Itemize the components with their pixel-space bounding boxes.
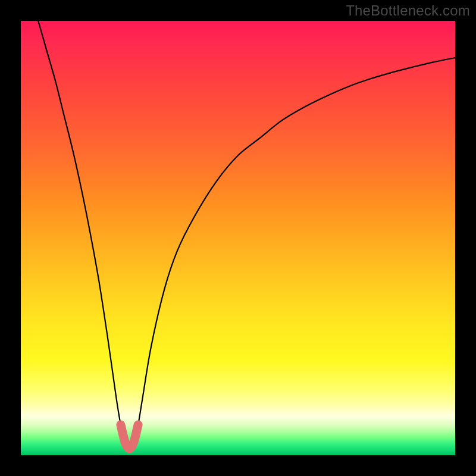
bottleneck-curve: [38, 21, 455, 449]
curve-layer: [21, 21, 455, 455]
watermark-text: TheBottleneck.com: [346, 2, 470, 19]
chart-outer-frame: TheBottleneck.com: [0, 0, 476, 476]
chart-plot-area: [21, 21, 455, 455]
optimal-zone-marker: [121, 425, 138, 449]
